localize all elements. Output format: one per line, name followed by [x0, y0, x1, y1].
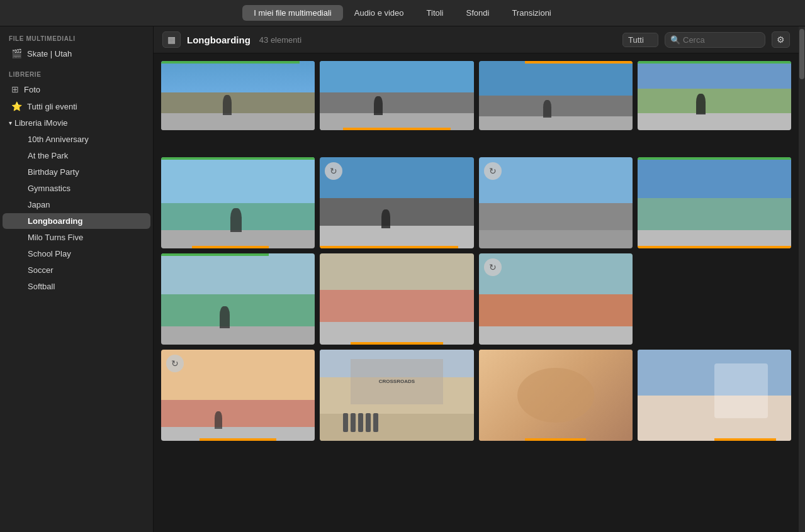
sidebar-item-tutti-gli-eventi[interactable]: ⭐ Tutti gli eventi: [3, 98, 150, 114]
tab-my-media[interactable]: I miei file multimediali: [242, 5, 343, 21]
sidebar-tutti-label: Tutti gli eventi: [27, 102, 77, 111]
thumb-r4-crossroads[interactable]: CROSSROADS: [320, 350, 473, 441]
spinner-icon: ↻: [484, 162, 502, 180]
sidebar: FILE MULTIMEDIALI 🎬 Skate | Utah LIBRERI…: [0, 26, 154, 532]
content-count: 43 elementi: [259, 35, 301, 45]
sidebar-soccer-label: Soccer: [28, 265, 53, 275]
film-icon: 🎬: [11, 48, 22, 58]
sidebar-item-japan[interactable]: Japan: [3, 197, 150, 213]
sidebar-item-longboarding[interactable]: Longboarding: [3, 213, 150, 229]
spinner-icon: ↻: [484, 258, 502, 276]
thumb-wide-2[interactable]: [320, 61, 473, 130]
thumb-r4-window[interactable]: [638, 350, 791, 441]
sidebar-school-play-label: School Play: [28, 249, 71, 258]
thumb-r2-4[interactable]: [638, 157, 791, 248]
tab-audio-video[interactable]: Audio e video: [343, 5, 415, 21]
thumb-wide-1[interactable]: [161, 61, 315, 130]
content-header: ▦ Longboarding 43 elementi Tutti 🔍 ⚙: [154, 26, 799, 53]
thumb-r2-2[interactable]: ↻: [320, 157, 473, 248]
sidebar-softball-label: Softball: [28, 282, 55, 291]
thumb-r2-3[interactable]: ↻: [479, 157, 633, 248]
grid-toggle-button[interactable]: ▦: [162, 31, 181, 48]
thumb-wide-3[interactable]: [479, 61, 633, 130]
scrollbar-thumb[interactable]: [799, 29, 804, 79]
sidebar-item-gymnastics[interactable]: Gymnastics: [3, 180, 150, 196]
search-box: 🔍: [665, 32, 765, 48]
tab-transitions[interactable]: Transizioni: [500, 5, 562, 21]
tab-backgrounds[interactable]: Sfondi: [455, 5, 501, 21]
sidebar-item-milo-turns-five[interactable]: Milo Turns Five: [3, 230, 150, 245]
librerie-section: LIBRERIE: [0, 62, 153, 80]
sidebar-japan-label: Japan: [28, 200, 50, 209]
sidebar-library-label: Libreria iMovie: [14, 118, 68, 128]
sidebar-longboarding-label: Longboarding: [28, 216, 82, 226]
content-area: ▦ Longboarding 43 elementi Tutti 🔍 ⚙: [154, 26, 799, 532]
sidebar-item-at-the-park[interactable]: At the Park: [3, 148, 150, 163]
star-icon: ⭐: [11, 101, 22, 111]
sidebar-item-softball[interactable]: Softball: [3, 279, 150, 294]
sidebar-item-soccer[interactable]: Soccer: [3, 262, 150, 278]
sidebar-item-school-play[interactable]: School Play: [3, 246, 150, 262]
sidebar-item-foto[interactable]: ⊞ Foto: [3, 81, 150, 97]
sidebar-project-label: Skate | Utah: [27, 49, 72, 58]
thumb-wide-4[interactable]: [638, 61, 791, 130]
content-right: ▦ Longboarding 43 elementi Tutti 🔍 ⚙: [154, 26, 805, 532]
photo-icon: ⊞: [11, 84, 19, 94]
sidebar-item-birthday-party[interactable]: Birthday Party: [3, 164, 150, 180]
spinner-icon: ↻: [166, 355, 184, 372]
top-bar: I miei file multimediali Audio e video T…: [0, 0, 805, 26]
thumb-r4-1[interactable]: ↻: [161, 350, 315, 441]
filter-select[interactable]: Tutti: [622, 33, 658, 47]
sidebar-foto-label: Foto: [24, 85, 40, 94]
tab-titles[interactable]: Titoli: [415, 5, 455, 21]
search-input[interactable]: [683, 35, 760, 45]
sidebar-item-10th-anniversary[interactable]: 10th Anniversary: [3, 131, 150, 147]
sidebar-birthday-party-label: Birthday Party: [28, 167, 79, 177]
chevron-down-icon: ▾: [9, 119, 12, 126]
sidebar-at-the-park-label: At the Park: [28, 151, 68, 160]
search-icon: 🔍: [670, 35, 680, 45]
media-grid: ↻ ↻: [154, 53, 799, 532]
top-bar-tabs: I miei file multimediali Audio e video T…: [242, 5, 563, 21]
sidebar-milo-turns-five-label: Milo Turns Five: [28, 233, 83, 242]
sidebar-library-header[interactable]: ▾ Libreria iMovie: [0, 115, 153, 131]
scrollbar-track[interactable]: [799, 26, 805, 532]
thumb-r3-2[interactable]: [320, 253, 473, 345]
sidebar-10th-anniversary-label: 10th Anniversary: [28, 135, 89, 144]
file-multimediali-section: FILE MULTIMEDIALI: [0, 26, 153, 45]
sidebar-gymnastics-label: Gymnastics: [28, 184, 70, 193]
thumb-r3-3[interactable]: ↻: [479, 253, 633, 345]
sidebar-item-project[interactable]: 🎬 Skate | Utah: [3, 45, 150, 62]
thumb-r4-interior[interactable]: [479, 350, 633, 441]
main-layout: FILE MULTIMEDIALI 🎬 Skate | Utah LIBRERI…: [0, 26, 805, 532]
content-title: Longboarding: [187, 35, 251, 45]
thumb-r2-1[interactable]: [161, 157, 315, 248]
gear-button[interactable]: ⚙: [772, 31, 790, 48]
thumb-r3-1[interactable]: [161, 253, 315, 345]
